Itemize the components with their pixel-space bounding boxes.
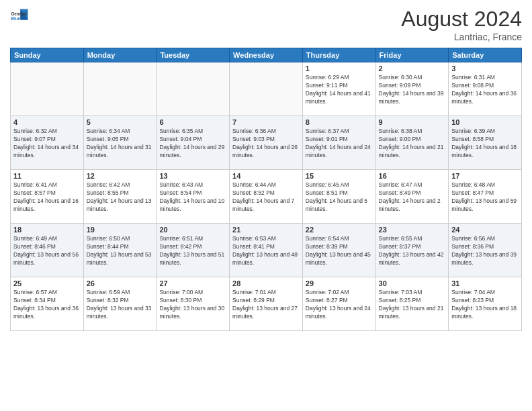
day-cell: 30Sunrise: 7:03 AMSunset: 8:25 PMDayligh…: [375, 277, 449, 331]
day-number: 14: [232, 172, 300, 180]
day-cell: [157, 62, 230, 116]
week-row-1: 1Sunrise: 6:29 AMSunset: 9:11 PMDaylight…: [11, 62, 522, 116]
day-number: 31: [451, 279, 519, 287]
day-info: Sunrise: 6:31 AMSunset: 9:08 PMDaylight:…: [451, 74, 519, 106]
day-number: 16: [379, 172, 446, 180]
day-info: Sunrise: 6:57 AMSunset: 8:34 PMDaylight:…: [13, 289, 81, 321]
day-number: 2: [379, 64, 446, 73]
day-number: 19: [87, 226, 154, 234]
day-cell: 8Sunrise: 6:37 AMSunset: 9:01 PMDaylight…: [302, 116, 375, 170]
day-cell: 29Sunrise: 7:02 AMSunset: 8:27 PMDayligh…: [302, 277, 375, 331]
day-cell: 17Sunrise: 6:48 AMSunset: 8:47 PMDayligh…: [449, 170, 522, 224]
logo-icon: General Blue: [10, 7, 29, 26]
day-cell: 24Sunrise: 6:56 AMSunset: 8:36 PMDayligh…: [449, 224, 522, 277]
day-info: Sunrise: 7:04 AMSunset: 8:23 PMDaylight:…: [451, 289, 519, 321]
calendar: SundayMondayTuesdayWednesdayThursdayFrid…: [10, 48, 522, 331]
day-number: 27: [159, 279, 226, 287]
day-cell: 1Sunrise: 6:29 AMSunset: 9:11 PMDaylight…: [302, 62, 375, 116]
day-info: Sunrise: 6:29 AMSunset: 9:11 PMDaylight:…: [306, 74, 373, 106]
day-number: 21: [232, 226, 300, 234]
day-number: 30: [379, 279, 446, 287]
day-cell: 11Sunrise: 6:41 AMSunset: 8:57 PMDayligh…: [11, 170, 84, 224]
day-info: Sunrise: 6:43 AMSunset: 8:54 PMDaylight:…: [159, 181, 226, 214]
day-info: Sunrise: 6:50 AMSunset: 8:44 PMDaylight:…: [87, 235, 154, 267]
day-cell: 27Sunrise: 7:00 AMSunset: 8:30 PMDayligh…: [157, 277, 230, 331]
day-cell: 23Sunrise: 6:55 AMSunset: 8:37 PMDayligh…: [375, 224, 449, 277]
day-info: Sunrise: 6:35 AMSunset: 9:04 PMDaylight:…: [159, 128, 226, 160]
day-number: 12: [87, 172, 154, 180]
day-number: 7: [232, 118, 300, 126]
day-number: 17: [451, 172, 519, 180]
day-cell: 18Sunrise: 6:49 AMSunset: 8:46 PMDayligh…: [11, 224, 84, 277]
day-number: 5: [87, 118, 154, 126]
svg-text:Blue: Blue: [11, 16, 20, 21]
day-number: 26: [87, 279, 154, 287]
weekday-header-saturday: Saturday: [449, 48, 522, 62]
day-number: 22: [306, 226, 373, 234]
day-info: Sunrise: 6:59 AMSunset: 8:32 PMDaylight:…: [87, 289, 154, 321]
day-info: Sunrise: 6:55 AMSunset: 8:37 PMDaylight:…: [379, 235, 446, 267]
weekday-header-sunday: Sunday: [11, 48, 84, 62]
day-info: Sunrise: 6:53 AMSunset: 8:41 PMDaylight:…: [232, 235, 300, 267]
day-info: Sunrise: 6:36 AMSunset: 9:03 PMDaylight:…: [232, 128, 300, 160]
day-number: 28: [232, 279, 300, 287]
day-number: 23: [379, 226, 446, 234]
week-row-2: 4Sunrise: 6:32 AMSunset: 9:07 PMDaylight…: [11, 116, 522, 170]
weekday-header-thursday: Thursday: [302, 48, 375, 62]
day-info: Sunrise: 6:47 AMSunset: 8:49 PMDaylight:…: [379, 181, 446, 214]
weekday-header-tuesday: Tuesday: [157, 48, 230, 62]
day-cell: 3Sunrise: 6:31 AMSunset: 9:08 PMDaylight…: [449, 62, 522, 116]
day-number: 25: [13, 279, 81, 287]
day-info: Sunrise: 6:45 AMSunset: 8:51 PMDaylight:…: [306, 181, 373, 214]
location: Lantriac, France: [401, 32, 522, 42]
day-cell: [230, 62, 303, 116]
day-cell: 25Sunrise: 6:57 AMSunset: 8:34 PMDayligh…: [11, 277, 84, 331]
day-number: 8: [306, 118, 373, 126]
day-number: 3: [451, 64, 519, 73]
day-number: 9: [379, 118, 446, 126]
day-cell: 9Sunrise: 6:38 AMSunset: 9:00 PMDaylight…: [375, 116, 449, 170]
day-number: 18: [13, 226, 81, 234]
day-info: Sunrise: 6:51 AMSunset: 8:42 PMDaylight:…: [159, 235, 226, 267]
day-number: 6: [159, 118, 226, 126]
day-number: 15: [306, 172, 373, 180]
weekday-header-row: SundayMondayTuesdayWednesdayThursdayFrid…: [11, 48, 522, 62]
day-cell: 2Sunrise: 6:30 AMSunset: 9:09 PMDaylight…: [375, 62, 449, 116]
day-number: 11: [13, 172, 81, 180]
week-row-5: 25Sunrise: 6:57 AMSunset: 8:34 PMDayligh…: [11, 277, 522, 331]
weekday-header-friday: Friday: [375, 48, 449, 62]
week-row-4: 18Sunrise: 6:49 AMSunset: 8:46 PMDayligh…: [11, 224, 522, 277]
day-cell: 10Sunrise: 6:39 AMSunset: 8:58 PMDayligh…: [449, 116, 522, 170]
day-cell: 22Sunrise: 6:54 AMSunset: 8:39 PMDayligh…: [302, 224, 375, 277]
day-cell: [83, 62, 157, 116]
day-info: Sunrise: 6:42 AMSunset: 8:55 PMDaylight:…: [87, 181, 154, 214]
day-info: Sunrise: 6:48 AMSunset: 8:47 PMDaylight:…: [451, 181, 519, 214]
day-number: 1: [306, 64, 373, 73]
day-info: Sunrise: 6:56 AMSunset: 8:36 PMDaylight:…: [451, 235, 519, 267]
day-cell: 20Sunrise: 6:51 AMSunset: 8:42 PMDayligh…: [157, 224, 230, 277]
title-block: August 2024 Lantriac, France: [401, 7, 522, 42]
day-info: Sunrise: 7:02 AMSunset: 8:27 PMDaylight:…: [306, 289, 373, 321]
day-info: Sunrise: 7:01 AMSunset: 8:29 PMDaylight:…: [232, 289, 300, 321]
day-cell: 6Sunrise: 6:35 AMSunset: 9:04 PMDaylight…: [157, 116, 230, 170]
day-info: Sunrise: 6:34 AMSunset: 9:05 PMDaylight:…: [87, 128, 154, 160]
day-cell: 4Sunrise: 6:32 AMSunset: 9:07 PMDaylight…: [11, 116, 84, 170]
day-info: Sunrise: 6:49 AMSunset: 8:46 PMDaylight:…: [13, 235, 81, 267]
day-cell: 14Sunrise: 6:44 AMSunset: 8:52 PMDayligh…: [230, 170, 303, 224]
day-cell: 26Sunrise: 6:59 AMSunset: 8:32 PMDayligh…: [83, 277, 157, 331]
day-cell: 19Sunrise: 6:50 AMSunset: 8:44 PMDayligh…: [83, 224, 157, 277]
day-info: Sunrise: 6:41 AMSunset: 8:57 PMDaylight:…: [13, 181, 81, 214]
logo: General Blue: [10, 7, 29, 26]
day-info: Sunrise: 6:44 AMSunset: 8:52 PMDaylight:…: [232, 181, 300, 214]
month-title: August 2024: [401, 7, 522, 32]
weekday-header-monday: Monday: [83, 48, 157, 62]
day-number: 4: [13, 118, 81, 126]
day-info: Sunrise: 6:38 AMSunset: 9:00 PMDaylight:…: [379, 128, 446, 160]
day-cell: 13Sunrise: 6:43 AMSunset: 8:54 PMDayligh…: [157, 170, 230, 224]
day-cell: 31Sunrise: 7:04 AMSunset: 8:23 PMDayligh…: [449, 277, 522, 331]
day-info: Sunrise: 7:03 AMSunset: 8:25 PMDaylight:…: [379, 289, 446, 321]
day-info: Sunrise: 6:37 AMSunset: 9:01 PMDaylight:…: [306, 128, 373, 160]
day-number: 24: [451, 226, 519, 234]
day-cell: 15Sunrise: 6:45 AMSunset: 8:51 PMDayligh…: [302, 170, 375, 224]
day-info: Sunrise: 6:30 AMSunset: 9:09 PMDaylight:…: [379, 74, 446, 106]
